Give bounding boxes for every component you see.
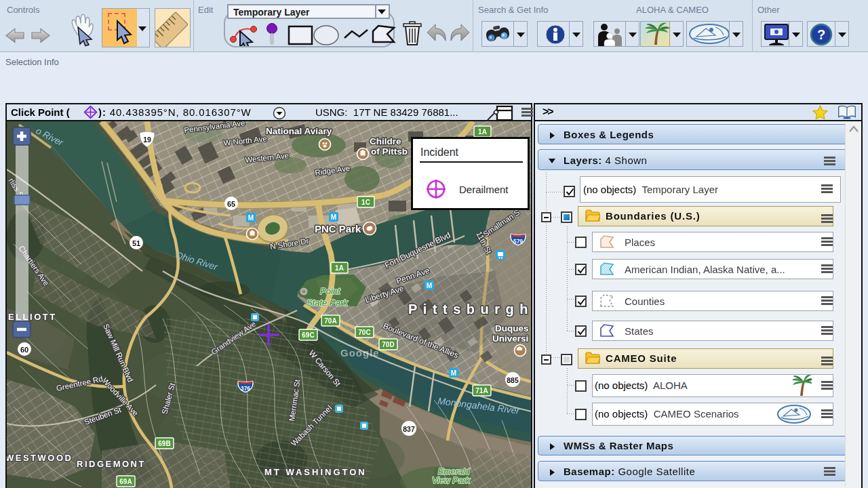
svg-text:71A: 71A [475, 387, 488, 394]
svg-text:Google: Google [340, 347, 380, 359]
svg-text:69B: 69B [158, 440, 170, 447]
svg-text:1A: 1A [335, 264, 344, 272]
svg-text:70D: 70D [382, 341, 394, 348]
svg-text:70C: 70C [358, 329, 370, 336]
svg-text:65: 65 [227, 200, 235, 208]
svg-text:State Park: State Park [307, 298, 349, 308]
svg-text:60: 60 [20, 346, 28, 354]
svg-text:PNC Park: PNC Park [315, 223, 361, 235]
svg-text:70A: 70A [324, 317, 336, 325]
svg-text:of Pittsb: of Pittsb [371, 146, 408, 157]
svg-text:Childre: Childre [370, 136, 401, 146]
svg-text:1A: 1A [478, 128, 487, 136]
svg-text:View Park: View Park [432, 476, 471, 485]
svg-text:376: 376 [241, 385, 250, 392]
svg-text:National Aviary: National Aviary [266, 126, 332, 136]
svg-text:M: M [427, 282, 432, 289]
svg-text:579: 579 [513, 238, 523, 245]
svg-text:Emerald: Emerald [438, 467, 471, 476]
svg-text:M: M [451, 369, 456, 377]
svg-text:1C: 1C [361, 199, 370, 206]
svg-text:837: 837 [403, 425, 415, 433]
svg-text:M: M [331, 214, 336, 221]
svg-text:Point: Point [320, 286, 341, 296]
svg-text:69A: 69A [119, 478, 132, 485]
svg-text:Pittsburgh: Pittsburgh [408, 302, 531, 317]
svg-text:WESTWOOD: WESTWOOD [7, 453, 73, 463]
svg-text:?: ? [817, 27, 825, 42]
svg-text:69C: 69C [302, 331, 314, 339]
svg-text:Duques: Duques [495, 323, 529, 333]
svg-text:RIDGEMONT: RIDGEMONT [77, 459, 146, 469]
svg-text:ELLIOTT: ELLIOTT [8, 312, 57, 322]
svg-text:M: M [248, 214, 254, 222]
svg-text:Universi: Universi [492, 333, 528, 344]
svg-text:885: 885 [507, 376, 519, 384]
svg-text:19: 19 [143, 136, 151, 144]
svg-text:51: 51 [132, 239, 140, 247]
svg-text:MT WASHINGTON: MT WASHINGTON [264, 467, 367, 477]
